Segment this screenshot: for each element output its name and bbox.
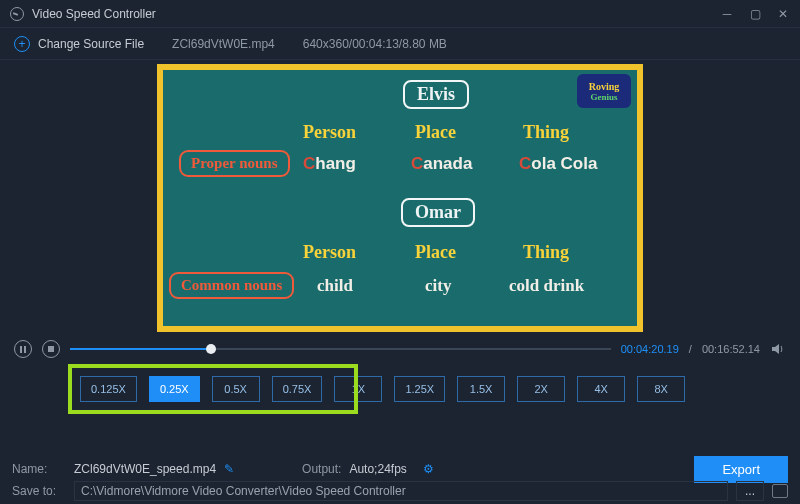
speed-0.125x[interactable]: 0.125X (80, 376, 137, 402)
speed-2x[interactable]: 2X (517, 376, 565, 402)
preview-col-place-1: Place (415, 122, 456, 143)
name-value: ZCl69dVtW0E_speed.mp4 (74, 462, 216, 476)
speed-0.25x[interactable]: 0.25X (149, 376, 200, 402)
saveto-label: Save to: (12, 484, 66, 498)
preview-label-proper: Proper nouns (179, 150, 290, 177)
speed-1.25x[interactable]: 1.25X (394, 376, 445, 402)
output-label: Output: (302, 462, 341, 476)
speed-1x[interactable]: 1X (334, 376, 382, 402)
minimize-button[interactable]: ─ (720, 7, 734, 21)
preview-col-thing-1: Thing (523, 122, 569, 143)
pause-button[interactable] (14, 340, 32, 358)
video-preview[interactable]: RovingGenius Elvis Person Place Thing Pr… (157, 64, 643, 332)
edit-name-icon[interactable]: ✎ (224, 462, 234, 476)
output-settings-icon[interactable]: ⚙ (423, 462, 434, 476)
preview-r1c1: Chang (303, 154, 356, 174)
speed-8x[interactable]: 8X (637, 376, 685, 402)
preview-r2c3: cold drink (509, 276, 584, 296)
app-title: Video Speed Controller (32, 7, 156, 21)
output-value: Auto;24fps (349, 462, 406, 476)
source-filename: ZCl69dVtW0E.mp4 (172, 37, 275, 51)
change-source-button[interactable]: + Change Source File (14, 36, 144, 52)
volume-icon[interactable] (770, 341, 786, 357)
preview-r2c2: city (425, 276, 451, 296)
source-meta: 640x360/00:04:13/8.80 MB (303, 37, 447, 51)
time-sep: / (689, 343, 692, 355)
maximize-button[interactable]: ▢ (748, 7, 762, 21)
speed-4x[interactable]: 4X (577, 376, 625, 402)
preview-col-person-2: Person (303, 242, 356, 263)
app-icon (10, 7, 24, 21)
seek-knob[interactable] (206, 344, 216, 354)
preview-label-common: Common nouns (169, 272, 294, 299)
browse-button[interactable]: ... (736, 481, 764, 501)
preview-name-2: Omar (401, 198, 475, 227)
change-source-label: Change Source File (38, 37, 144, 51)
plus-icon: + (14, 36, 30, 52)
preview-r2c1: child (317, 276, 353, 296)
speed-selector: 0.125X0.25X0.5X0.75X1X1.25X1.5X2X4X8X (0, 362, 800, 420)
window-buttons: ─ ▢ ✕ (720, 7, 790, 21)
speed-0.5x[interactable]: 0.5X (212, 376, 260, 402)
time-current: 00:04:20.19 (621, 343, 679, 355)
bottom-row-2: Save to: C:\Vidmore\Vidmore Video Conver… (12, 480, 788, 502)
time-total: 00:16:52.14 (702, 343, 760, 355)
name-label: Name: (12, 462, 66, 476)
export-button[interactable]: Export (694, 456, 788, 483)
preview-col-thing-2: Thing (523, 242, 569, 263)
seek-bar[interactable] (70, 344, 611, 354)
preview-col-place-2: Place (415, 242, 456, 263)
saveto-path[interactable]: C:\Vidmore\Vidmore Video Converter\Video… (74, 481, 728, 501)
preview-r1c2: Canada (411, 154, 472, 174)
bottom-bar: Name: ZCl69dVtW0E_speed.mp4 ✎ Output: Au… (0, 454, 800, 504)
preview-area: RovingGenius Elvis Person Place Thing Pr… (0, 60, 800, 338)
bottom-row-1: Name: ZCl69dVtW0E_speed.mp4 ✎ Output: Au… (12, 458, 788, 480)
preview-col-person-1: Person (303, 122, 356, 143)
playback-controls: 00:04:20.19 / 00:16:52.14 (0, 338, 800, 362)
speed-0.75x[interactable]: 0.75X (272, 376, 323, 402)
brand-badge: RovingGenius (577, 74, 631, 108)
title-bar: Video Speed Controller ─ ▢ ✕ (0, 0, 800, 28)
preview-name-1: Elvis (403, 80, 469, 109)
open-folder-icon[interactable] (772, 484, 788, 498)
close-button[interactable]: ✕ (776, 7, 790, 21)
speed-1.5x[interactable]: 1.5X (457, 376, 505, 402)
stop-button[interactable] (42, 340, 60, 358)
preview-r1c3: Cola Cola (519, 154, 597, 174)
toolbar: + Change Source File ZCl69dVtW0E.mp4 640… (0, 28, 800, 60)
